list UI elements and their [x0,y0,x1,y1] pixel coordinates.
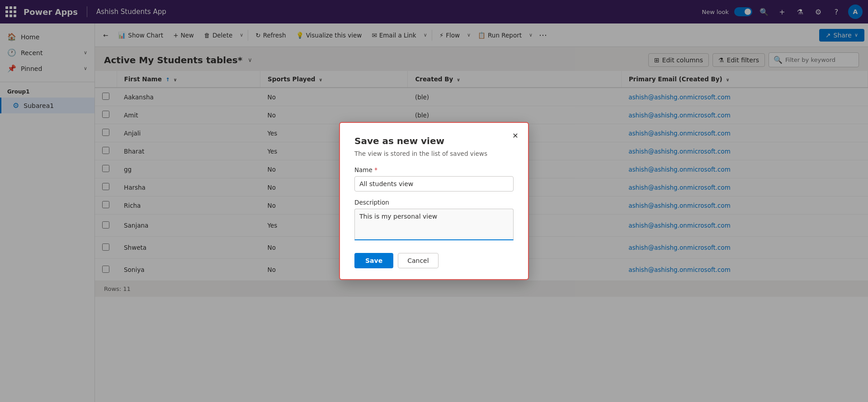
dialog-close-button[interactable]: ✕ [509,129,522,142]
name-input[interactable] [354,176,514,192]
name-field: Name * [354,166,514,192]
save-button[interactable]: Save [354,253,393,268]
description-textarea[interactable] [354,209,514,240]
save-view-dialog: ✕ Save as new view The view is stored in… [339,122,529,280]
name-label: Name * [354,166,514,173]
description-field: Description [354,199,514,242]
cancel-button[interactable]: Cancel [398,253,438,268]
modal-overlay[interactable]: ✕ Save as new view The view is stored in… [0,0,868,402]
dialog-actions: Save Cancel [354,253,514,268]
description-label: Description [354,199,514,206]
required-indicator: * [374,166,377,173]
dialog-title: Save as new view [354,136,514,146]
dialog-subtitle: The view is stored in the list of saved … [354,150,514,157]
